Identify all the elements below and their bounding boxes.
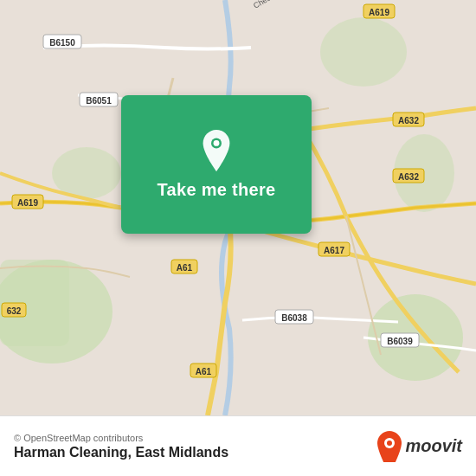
svg-text:A632: A632 — [398, 172, 419, 182]
svg-text:A632: A632 — [398, 116, 419, 125]
svg-point-33 — [214, 140, 220, 146]
svg-text:A61: A61 — [177, 263, 193, 273]
moovit-logo: moovit — [377, 431, 462, 462]
svg-text:B6039: B6039 — [387, 337, 413, 346]
take-me-label: Take me there — [158, 180, 276, 200]
moovit-pin-icon — [377, 431, 402, 462]
svg-text:A61: A61 — [196, 367, 212, 376]
location-title: Harman Cleaning, East Midlands — [14, 445, 228, 460]
svg-text:B6038: B6038 — [281, 313, 307, 323]
svg-text:B6150: B6150 — [49, 38, 75, 48]
svg-text:632: 632 — [7, 306, 22, 316]
svg-point-3 — [320, 17, 407, 87]
svg-text:A617: A617 — [324, 246, 344, 255]
svg-point-35 — [387, 441, 392, 446]
osm-credit: © OpenStreetMap contributors — [14, 433, 228, 443]
location-info: © OpenStreetMap contributors Harman Clea… — [14, 433, 228, 460]
take-me-card[interactable]: Take me there — [121, 95, 312, 234]
map-container: B6150 A619 B6051 A619 A632 A632 A61 A617… — [0, 0, 476, 415]
svg-text:A619: A619 — [17, 198, 38, 208]
svg-text:B6051: B6051 — [86, 96, 112, 106]
svg-text:A619: A619 — [369, 8, 389, 17]
location-pin-icon — [196, 130, 237, 171]
bottom-bar: © OpenStreetMap contributors Harman Clea… — [0, 415, 476, 476]
moovit-text: moovit — [405, 436, 462, 456]
